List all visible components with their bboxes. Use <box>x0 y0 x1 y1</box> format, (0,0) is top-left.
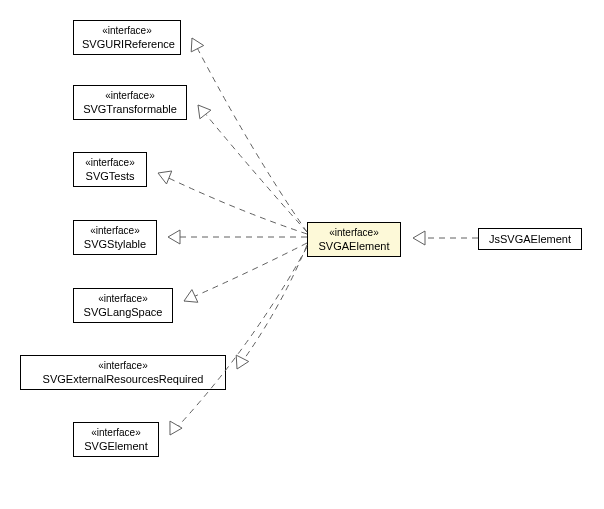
stereotype-label: «interface» <box>29 359 217 372</box>
node-name: SVGAElement <box>316 239 392 253</box>
uml-node-tests[interactable]: «interface» SVGTests <box>73 152 147 187</box>
svg-marker-3 <box>168 230 180 244</box>
svg-marker-2 <box>158 171 172 184</box>
svg-marker-0 <box>191 38 203 52</box>
svg-marker-5 <box>236 355 248 369</box>
node-name: SVGLangSpace <box>82 305 164 319</box>
stereotype-label: «interface» <box>82 292 164 305</box>
node-name: SVGExternalResourcesRequired <box>29 372 217 386</box>
stereotype-label: «interface» <box>82 156 138 169</box>
uml-node-aelement[interactable]: «interface» SVGAElement <box>307 222 401 257</box>
node-name: SVGURIReference <box>82 37 172 51</box>
stereotype-label: «interface» <box>82 426 150 439</box>
uml-node-stylable[interactable]: «interface» SVGStylable <box>73 220 157 255</box>
svg-marker-7 <box>413 231 425 245</box>
uml-node-uriref[interactable]: «interface» SVGURIReference <box>73 20 181 55</box>
uml-node-transform[interactable]: «interface» SVGTransformable <box>73 85 187 120</box>
stereotype-label: «interface» <box>82 89 178 102</box>
node-name: SVGTransformable <box>82 102 178 116</box>
node-name: SVGStylable <box>82 237 148 251</box>
stereotype-label: «interface» <box>82 24 172 37</box>
uml-node-element[interactable]: «interface» SVGElement <box>73 422 159 457</box>
uml-node-jsa[interactable]: JsSVGAElement <box>478 228 582 250</box>
uml-node-extres[interactable]: «interface» SVGExternalResourcesRequired <box>20 355 226 390</box>
node-name: JsSVGAElement <box>485 232 575 246</box>
stereotype-label: «interface» <box>316 226 392 239</box>
node-name: SVGTests <box>82 169 138 183</box>
node-name: SVGElement <box>82 439 150 453</box>
svg-marker-4 <box>184 290 198 303</box>
stereotype-label: «interface» <box>82 224 148 237</box>
svg-marker-1 <box>198 105 211 119</box>
uml-node-langspace[interactable]: «interface» SVGLangSpace <box>73 288 173 323</box>
svg-marker-6 <box>170 421 182 435</box>
